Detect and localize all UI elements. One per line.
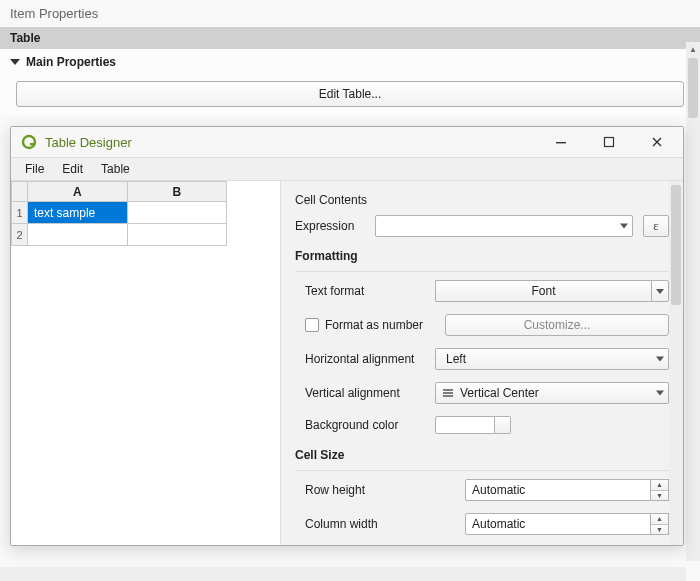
- chevron-down-icon: [656, 391, 664, 396]
- svg-point-0: [23, 136, 35, 148]
- format-as-number-checkbox[interactable]: [305, 318, 319, 332]
- row-header-1[interactable]: 1: [12, 202, 28, 224]
- h-align-label: Horizontal alignment: [305, 352, 425, 366]
- row-height-label: Row height: [305, 483, 455, 497]
- form-vertical-scrollbar[interactable]: [669, 181, 683, 545]
- divider: [295, 271, 669, 272]
- dialog-titlebar[interactable]: Table Designer: [11, 127, 683, 157]
- epsilon-icon: ε: [653, 218, 658, 234]
- column-width-stepper[interactable]: ▲ ▼: [651, 513, 669, 535]
- column-width-value: Automatic: [472, 517, 525, 531]
- row-height-stepper[interactable]: ▲ ▼: [651, 479, 669, 501]
- dialog-title: Table Designer: [45, 135, 533, 150]
- h-align-select[interactable]: Left: [435, 348, 669, 370]
- column-width-input[interactable]: Automatic: [465, 513, 651, 535]
- row-height-value: Automatic: [472, 483, 525, 497]
- column-width-label: Column width: [305, 517, 455, 531]
- panel-vertical-scrollbar[interactable]: ▲: [686, 42, 700, 561]
- close-button[interactable]: [637, 130, 677, 154]
- expression-builder-button[interactable]: ε: [643, 215, 669, 237]
- grid-corner[interactable]: [12, 182, 28, 202]
- chevron-down-icon: [10, 59, 20, 65]
- qgis-app-icon: [21, 134, 37, 150]
- item-properties-panel: Item Properties Table Main Properties Ed…: [0, 0, 700, 581]
- menu-table[interactable]: Table: [93, 160, 138, 178]
- spreadsheet-grid[interactable]: A B 1 text sample 2: [11, 181, 281, 545]
- maximize-button[interactable]: [589, 130, 629, 154]
- chevron-down-icon: [620, 224, 628, 229]
- section-table-header[interactable]: Table: [0, 27, 700, 49]
- cell-a2[interactable]: [27, 224, 127, 246]
- cell-a1[interactable]: text sample: [27, 202, 127, 224]
- main-properties-heading: Main Properties: [26, 55, 116, 69]
- customize-label: Customize...: [524, 318, 591, 332]
- svg-rect-2: [556, 142, 566, 143]
- bg-color-picker[interactable]: [435, 416, 511, 434]
- text-format-label: Text format: [305, 284, 425, 298]
- cell-contents-title: Cell Contents: [295, 193, 669, 207]
- divider: [295, 470, 669, 471]
- cell-properties-form: Cell Contents Expression ε Formatting Te…: [281, 181, 683, 545]
- menu-edit[interactable]: Edit: [54, 160, 91, 178]
- step-down-icon[interactable]: ▼: [651, 491, 668, 501]
- scroll-up-icon[interactable]: ▲: [686, 42, 700, 56]
- scroll-thumb[interactable]: [671, 185, 681, 305]
- chevron-down-icon: [656, 289, 664, 294]
- step-up-icon[interactable]: ▲: [651, 514, 668, 525]
- col-header-a[interactable]: A: [27, 182, 127, 202]
- menu-file[interactable]: File: [17, 160, 52, 178]
- row-header-2[interactable]: 2: [12, 224, 28, 246]
- expression-input[interactable]: [375, 215, 633, 237]
- cell-b1[interactable]: [127, 202, 226, 224]
- grid-row: 1 text sample: [12, 202, 227, 224]
- v-align-value: Vertical Center: [460, 386, 539, 400]
- font-button[interactable]: Font: [435, 280, 669, 302]
- cell-size-title: Cell Size: [295, 448, 669, 462]
- cell-b2[interactable]: [127, 224, 226, 246]
- font-button-label: Font: [531, 284, 555, 298]
- color-dropdown-button[interactable]: [495, 416, 511, 434]
- chevron-down-icon: [656, 357, 664, 362]
- panel-horizontal-scrollbar[interactable]: [0, 567, 686, 581]
- customize-button[interactable]: Customize...: [445, 314, 669, 336]
- scroll-thumb[interactable]: [688, 58, 698, 118]
- font-dropdown-button[interactable]: [651, 280, 669, 302]
- edit-table-label: Edit Table...: [319, 87, 381, 101]
- row-height-input[interactable]: Automatic: [465, 479, 651, 501]
- minimize-icon: [555, 136, 567, 148]
- main-properties-section: Main Properties Edit Table...: [0, 49, 700, 115]
- expression-label: Expression: [295, 219, 365, 233]
- maximize-icon: [603, 136, 615, 148]
- minimize-button[interactable]: [541, 130, 581, 154]
- bg-color-label: Background color: [305, 418, 425, 432]
- v-align-select[interactable]: Vertical Center: [435, 382, 669, 404]
- step-up-icon[interactable]: ▲: [651, 480, 668, 491]
- main-properties-toggle[interactable]: Main Properties: [10, 55, 690, 69]
- color-swatch[interactable]: [435, 416, 495, 434]
- vertical-center-icon: [442, 387, 454, 399]
- panel-title: Item Properties: [0, 0, 700, 27]
- close-icon: [651, 136, 663, 148]
- dialog-menubar: File Edit Table: [11, 157, 683, 181]
- formatting-title: Formatting: [295, 249, 669, 263]
- svg-rect-1: [30, 143, 35, 145]
- h-align-value: Left: [446, 352, 466, 366]
- svg-rect-3: [605, 138, 614, 147]
- edit-table-button[interactable]: Edit Table...: [16, 81, 684, 107]
- dialog-body: A B 1 text sample 2: [11, 181, 683, 545]
- v-align-label: Vertical alignment: [305, 386, 425, 400]
- table-designer-dialog: Table Designer File Edit Table: [10, 126, 684, 546]
- step-down-icon[interactable]: ▼: [651, 525, 668, 535]
- grid-row: 2: [12, 224, 227, 246]
- format-as-number-label: Format as number: [325, 318, 423, 332]
- col-header-b[interactable]: B: [127, 182, 226, 202]
